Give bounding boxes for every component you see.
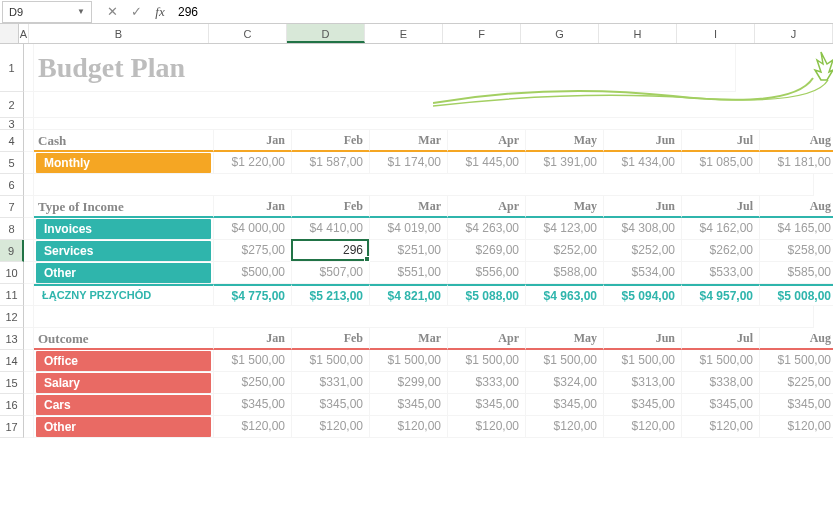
cell-value[interactable]: $1 587,00 [292, 152, 370, 174]
cell-value[interactable]: $258,00 [760, 240, 833, 262]
cell-value[interactable]: $250,00 [214, 372, 292, 394]
active-cell-editor[interactable] [293, 241, 367, 259]
cell-value[interactable]: $1 500,00 [370, 350, 448, 372]
col-header-E[interactable]: E [365, 24, 443, 43]
row-header-12[interactable]: 12 [0, 306, 24, 328]
month-header[interactable]: May [526, 196, 604, 218]
row-header-2[interactable]: 2 [0, 92, 24, 118]
page-title[interactable]: Budget Plan [34, 44, 736, 92]
confirm-formula-button[interactable]: ✓ [124, 1, 148, 23]
cell-value[interactable]: $262,00 [682, 240, 760, 262]
cell-value[interactable]: $4 263,00 [448, 218, 526, 240]
cell-value[interactable]: $345,00 [214, 394, 292, 416]
cell-value[interactable]: $1 500,00 [526, 350, 604, 372]
month-header[interactable]: Apr [448, 196, 526, 218]
cell-value[interactable]: $225,00 [760, 372, 833, 394]
cash-section-label[interactable]: Cash [34, 130, 214, 152]
cell[interactable]: Other [34, 416, 214, 438]
name-box[interactable]: D9 ▼ [2, 1, 92, 23]
col-header-I[interactable]: I [677, 24, 755, 43]
cell-value[interactable]: $120,00 [448, 416, 526, 438]
name-box-dropdown-icon[interactable]: ▼ [77, 7, 85, 16]
cell-value[interactable]: $4 162,00 [682, 218, 760, 240]
cell[interactable] [24, 372, 34, 394]
cell[interactable]: Monthly [34, 152, 214, 174]
cell-value[interactable]: $120,00 [760, 416, 833, 438]
cell-value[interactable]: $4 019,00 [370, 218, 448, 240]
month-header[interactable]: Feb [292, 328, 370, 350]
total-value[interactable]: $4 775,00 [214, 284, 292, 306]
cell[interactable] [24, 174, 34, 196]
cell-value[interactable]: $331,00 [292, 372, 370, 394]
cell-value[interactable]: $1 085,00 [682, 152, 760, 174]
cell[interactable] [24, 394, 34, 416]
cell-value[interactable]: $345,00 [682, 394, 760, 416]
cell-value[interactable]: $120,00 [292, 416, 370, 438]
col-header-J[interactable]: J [755, 24, 833, 43]
cell-value[interactable]: $345,00 [526, 394, 604, 416]
cell[interactable] [24, 118, 34, 130]
cell-value[interactable]: $345,00 [370, 394, 448, 416]
col-header-G[interactable]: G [521, 24, 599, 43]
cell[interactable] [34, 174, 814, 196]
month-header[interactable]: Jun [604, 328, 682, 350]
cell-value[interactable]: $120,00 [526, 416, 604, 438]
month-header[interactable]: Apr [448, 328, 526, 350]
formula-input[interactable] [172, 1, 833, 23]
cell[interactable]: Services [34, 240, 214, 262]
cell-value[interactable]: $4 000,00 [214, 218, 292, 240]
cell[interactable]: Office [34, 350, 214, 372]
row-header-14[interactable]: 14 [0, 350, 24, 372]
cell-value[interactable]: $120,00 [604, 416, 682, 438]
month-header[interactable]: Jul [682, 130, 760, 152]
month-header[interactable]: Mar [370, 196, 448, 218]
cell[interactable] [24, 218, 34, 240]
cell[interactable] [24, 306, 34, 328]
total-value[interactable]: $4 821,00 [370, 284, 448, 306]
cell-value[interactable]: $1 500,00 [682, 350, 760, 372]
cell-value[interactable]: $1 174,00 [370, 152, 448, 174]
row-header-11[interactable]: 11 [0, 284, 24, 306]
outcome-section-label[interactable]: Outcome [34, 328, 214, 350]
cell[interactable] [24, 350, 34, 372]
row-header-7[interactable]: 7 [0, 196, 24, 218]
cell[interactable] [24, 328, 34, 350]
cell-value[interactable]: $120,00 [214, 416, 292, 438]
cell-value[interactable]: $551,00 [370, 262, 448, 284]
cell-value[interactable]: $500,00 [214, 262, 292, 284]
cell-value[interactable]: $1 500,00 [760, 350, 833, 372]
col-header-F[interactable]: F [443, 24, 521, 43]
month-header[interactable]: Jul [682, 328, 760, 350]
month-header[interactable]: Feb [292, 130, 370, 152]
row-header-9[interactable]: 9 [0, 240, 24, 262]
row-header-16[interactable]: 16 [0, 394, 24, 416]
cell-value[interactable]: $275,00 [214, 240, 292, 262]
row-header-5[interactable]: 5 [0, 152, 24, 174]
cell-value[interactable]: $345,00 [760, 394, 833, 416]
cell-value[interactable]: $251,00 [370, 240, 448, 262]
cell-value[interactable]: $1 500,00 [448, 350, 526, 372]
month-header[interactable]: May [526, 328, 604, 350]
cell-value[interactable]: $252,00 [604, 240, 682, 262]
cell-value[interactable]: $1 220,00 [214, 152, 292, 174]
total-value[interactable]: $5 094,00 [604, 284, 682, 306]
cell-value[interactable]: $4 123,00 [526, 218, 604, 240]
cell-value[interactable]: $1 434,00 [604, 152, 682, 174]
cell-value[interactable]: $4 410,00 [292, 218, 370, 240]
cell-value[interactable]: $556,00 [448, 262, 526, 284]
cell[interactable] [24, 130, 34, 152]
cell[interactable]: Other [34, 262, 214, 284]
active-cell-D9[interactable] [291, 239, 369, 261]
cell[interactable] [24, 416, 34, 438]
cell[interactable] [24, 152, 34, 174]
cell-value[interactable]: $1 500,00 [604, 350, 682, 372]
cell-value[interactable]: $299,00 [370, 372, 448, 394]
month-header[interactable]: Mar [370, 130, 448, 152]
month-header[interactable]: Apr [448, 130, 526, 152]
month-header[interactable]: Jun [604, 130, 682, 152]
cell[interactable] [24, 284, 34, 306]
col-header-D[interactable]: D [287, 24, 365, 43]
total-value[interactable]: $5 008,00 [760, 284, 833, 306]
col-header-A[interactable]: A [19, 24, 29, 43]
cell-value[interactable]: $1 500,00 [214, 350, 292, 372]
